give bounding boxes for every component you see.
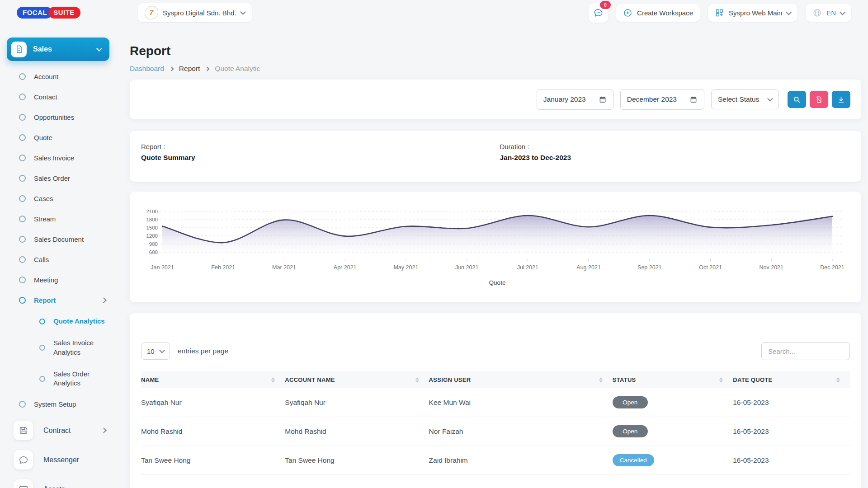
- chevron-down-icon: [786, 9, 792, 15]
- column-header-status[interactable]: STATUS: [613, 371, 733, 388]
- quotes-table: NAME ACCOUNT NAME ASSIGN USER STATUS DAT…: [141, 371, 850, 475]
- search-input[interactable]: [761, 342, 850, 360]
- topbar: FOCAL SUITE 7 Syspro Digital Sdn. Bhd. 0…: [0, 0, 868, 26]
- cell-date-quote: 16-05-2023: [733, 446, 850, 475]
- sidebar-item-quote-analytics[interactable]: Quote Analytics: [7, 310, 118, 332]
- download-icon: [837, 95, 845, 104]
- filter-panel: January 2023 December 2023 Select Status: [130, 80, 861, 119]
- bullet-icon: [19, 155, 26, 161]
- sidebar-item-sales-order[interactable]: Sales Order: [7, 168, 118, 188]
- sidebar-item-sales-document[interactable]: Sales Document: [7, 229, 118, 249]
- chat-button[interactable]: 0: [589, 3, 608, 23]
- column-header-name[interactable]: NAME: [141, 371, 285, 388]
- sidebar-item-label: Sales Invoice Analytics: [53, 338, 106, 357]
- svg-text:900: 900: [149, 241, 158, 247]
- sidebar-item-system-setup[interactable]: System Setup: [7, 394, 118, 414]
- clear-filter-button[interactable]: [810, 91, 828, 108]
- messenger-icon: [14, 450, 33, 469]
- sidebar-item-contact[interactable]: Contact: [7, 87, 118, 107]
- table-row[interactable]: Mohd Rashid Mohd Rashid Nor Faizah Open …: [141, 417, 850, 446]
- language-selector[interactable]: EN: [806, 4, 851, 22]
- date-from-input[interactable]: January 2023: [537, 89, 613, 110]
- sort-icon: [836, 377, 840, 383]
- app-logo[interactable]: FOCAL SUITE: [17, 7, 80, 19]
- column-header-account-name[interactable]: ACCOUNT NAME: [285, 371, 429, 388]
- breadcrumb-report[interactable]: Report: [179, 65, 200, 73]
- svg-text:Jul 2021: Jul 2021: [517, 264, 538, 271]
- bullet-icon: [19, 401, 26, 408]
- cell-date-quote: 16-05-2023: [733, 417, 850, 446]
- workspace-selector[interactable]: 7 Syspro Digital Sdn. Bhd.: [138, 3, 252, 22]
- sidebar-item-account[interactable]: Account: [7, 66, 118, 87]
- page-title: Report: [130, 44, 861, 58]
- svg-text:Jan 2021: Jan 2021: [151, 264, 174, 271]
- chevron-down-icon: [159, 347, 165, 353]
- svg-text:1800: 1800: [146, 217, 158, 222]
- sidebar-item-sales-order-analytics[interactable]: Sales Order Analytics: [7, 363, 118, 394]
- cell-name: Mohd Rashid: [141, 417, 285, 446]
- entries-per-page-select[interactable]: 10: [141, 343, 170, 360]
- sidebar-item-label: Sales Document: [34, 235, 84, 243]
- table-row[interactable]: Tan Swee Hong Tan Swee Hong Zaid Ibrahim…: [141, 446, 850, 475]
- bullet-icon: [19, 236, 26, 243]
- sidebar-item-label: Cases: [34, 195, 53, 202]
- sidebar-item-label: Contract: [43, 427, 71, 435]
- report-summary-panel: Report : Quote Summary Duration : Jan-20…: [130, 131, 861, 182]
- sidebar-item-label: Messenger: [43, 456, 79, 464]
- chevron-right-icon: [169, 66, 174, 71]
- date-to-input[interactable]: December 2023: [620, 89, 704, 110]
- report-value: Quote Summary: [141, 154, 500, 162]
- sidebar-item-report[interactable]: Report: [7, 290, 118, 310]
- date-to-value: December 2023: [627, 95, 677, 103]
- svg-text:1200: 1200: [146, 233, 158, 239]
- sidebar-item-label: Meeting: [34, 276, 58, 284]
- status-badge: Open: [613, 425, 648, 437]
- table-row[interactable]: Syafiqah Nur Syafiqah Nur Kee Mun Wai Op…: [141, 388, 850, 417]
- status-badge: Cancelled: [613, 454, 654, 466]
- create-workspace-button[interactable]: Create Workspace: [616, 4, 700, 22]
- sidebar-item-quote[interactable]: Quote: [7, 127, 118, 148]
- column-header-date-quote[interactable]: DATE QUOTE: [733, 371, 850, 388]
- svg-text:Sep 2021: Sep 2021: [637, 264, 662, 271]
- bullet-icon: [19, 175, 26, 182]
- chevron-right-icon: [205, 66, 210, 71]
- column-header-assign-user[interactable]: ASSIGN USER: [429, 371, 613, 388]
- sidebar-item-sales-invoice-analytics[interactable]: Sales Invoice Analytics: [7, 332, 118, 363]
- sort-icon: [719, 377, 723, 383]
- app-selector[interactable]: Syspro Web Main: [708, 4, 797, 22]
- sort-icon: [271, 377, 275, 383]
- sidebar-item-meeting[interactable]: Meeting: [7, 270, 118, 290]
- quote-chart-panel: 6009001200150018002100Jan 2021Feb 2021Ma…: [130, 192, 861, 302]
- sidebar-item-sales-invoice[interactable]: Sales Invoice: [7, 148, 118, 168]
- svg-text:Aug 2021: Aug 2021: [576, 264, 601, 271]
- sidebar-item-assets[interactable]: Assets: [7, 476, 118, 488]
- search-icon: [793, 95, 801, 104]
- breadcrumb-quote-analytic: Quote Analytic: [215, 65, 260, 73]
- sidebar-item-contract[interactable]: Contract: [7, 417, 118, 444]
- sidebar-item-stream[interactable]: Stream: [7, 209, 118, 229]
- download-button[interactable]: [832, 91, 850, 108]
- chevron-down-icon: [767, 96, 773, 102]
- report-label: Report :: [141, 143, 500, 150]
- svg-text:600: 600: [149, 249, 158, 255]
- app-selector-label: Syspro Web Main: [729, 9, 782, 17]
- sidebar-item-label: Sales Order: [34, 174, 70, 182]
- sidebar-item-opportunities[interactable]: Opportunities: [7, 107, 118, 127]
- svg-text:1500: 1500: [146, 225, 158, 230]
- sidebar-item-label: Sales Order Analytics: [53, 370, 106, 388]
- contract-icon: [14, 421, 33, 440]
- sidebar-item-messenger[interactable]: Messenger: [7, 446, 118, 473]
- bullet-icon: [19, 277, 26, 283]
- status-select[interactable]: Select Status: [711, 89, 779, 109]
- status-select-value: Select Status: [718, 95, 759, 103]
- notification-badge: 0: [600, 1, 611, 9]
- search-button[interactable]: [788, 91, 806, 108]
- svg-text:Nov 2021: Nov 2021: [760, 264, 784, 271]
- breadcrumb-dashboard[interactable]: Dashboard: [130, 65, 164, 73]
- sidebar-item-cases[interactable]: Cases: [7, 188, 118, 209]
- sidebar-item-sales[interactable]: Sales: [7, 38, 109, 61]
- workspace-name: Syspro Digital Sdn. Bhd.: [163, 9, 236, 17]
- svg-text:Oct 2021: Oct 2021: [699, 264, 722, 271]
- svg-text:Feb 2021: Feb 2021: [211, 264, 235, 271]
- sidebar-item-calls[interactable]: Calls: [7, 249, 118, 270]
